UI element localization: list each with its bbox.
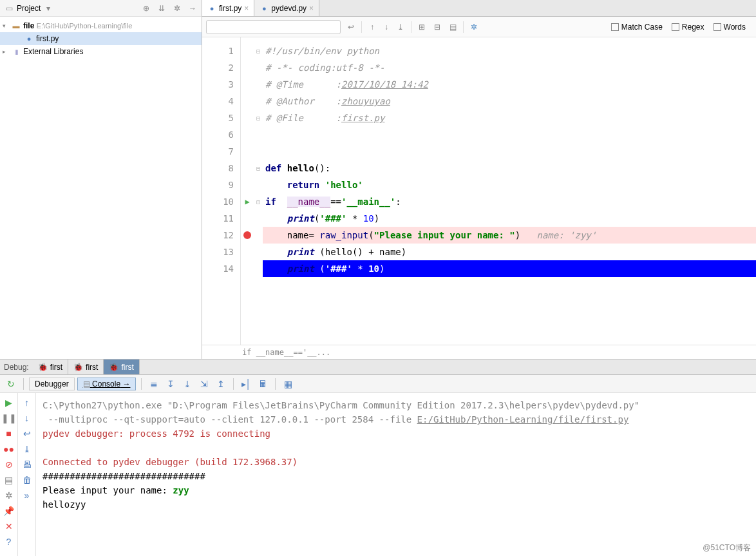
help-icon[interactable]: ? bbox=[3, 536, 15, 548]
select-all-icon[interactable]: ⤓ bbox=[395, 22, 406, 32]
find-bar: 🔍 ↩ ↑ ↓ ⤓ ⊞ ⊟ ▤ ✲ Match Case Regex bbox=[202, 17, 756, 37]
libraries-icon: ⫼ bbox=[12, 47, 21, 56]
debug-label: Debug: bbox=[0, 363, 33, 372]
bug-icon: 🐞 bbox=[73, 363, 83, 372]
code-editor[interactable]: 1 2 3 4 5 6 7 8 9 10 11 12 13 14 bbox=[202, 37, 756, 345]
up-icon[interactable]: ↑ bbox=[21, 397, 33, 408]
step-into-my-icon[interactable]: ⤓ bbox=[180, 377, 194, 391]
pause-icon[interactable]: ❚❚ bbox=[3, 412, 15, 424]
breakpoint-icon[interactable] bbox=[243, 231, 251, 239]
regex-checkbox[interactable]: Regex bbox=[672, 23, 704, 32]
tree-root-name: file bbox=[23, 21, 34, 30]
dropdown-icon[interactable]: ▾ bbox=[43, 3, 53, 14]
code-content[interactable]: #!/usr/bin/env python # -*- coding:utf-8… bbox=[263, 37, 756, 345]
editor-area: ● first.py × ● pydevd.py × 🔍 ↩ ↑ bbox=[202, 0, 756, 359]
run-gutter-icon[interactable]: ▶ bbox=[245, 197, 249, 206]
project-icon: ▭ bbox=[4, 3, 14, 14]
pin-icon[interactable]: 📌 bbox=[3, 505, 15, 517]
run-to-cursor-icon[interactable]: ▸│ bbox=[239, 377, 253, 391]
scroll-end-icon[interactable]: ⤓ bbox=[21, 443, 33, 455]
hide-icon[interactable]: → bbox=[187, 3, 198, 14]
tree-file-firstpy[interactable]: ● first.py bbox=[0, 32, 202, 45]
settings-icon[interactable]: ✲ bbox=[3, 490, 15, 501]
project-title: Project bbox=[17, 4, 41, 13]
debug-run-tab-0[interactable]: 🐞first bbox=[33, 359, 68, 374]
mute-breakpoints-icon[interactable]: ⊘ bbox=[3, 459, 15, 470]
close-icon[interactable]: × bbox=[309, 4, 314, 13]
tree-root[interactable]: ▾ ▬ file E:\GitHub\Python-Learning\file bbox=[0, 19, 202, 32]
layout-icon[interactable]: ▤ bbox=[3, 474, 15, 486]
step-over-icon[interactable]: ≣ bbox=[147, 377, 161, 391]
step-into-icon[interactable]: ↧ bbox=[164, 377, 178, 391]
words-label: Words bbox=[724, 23, 746, 32]
chevron-right-icon[interactable]: ▸ bbox=[3, 48, 9, 55]
python-prompt-icon[interactable]: » bbox=[21, 490, 33, 501]
gear-icon[interactable]: ✲ bbox=[172, 3, 182, 14]
python-file-icon: ● bbox=[207, 4, 216, 13]
project-panel: ▭ Project ▾ ⊕ ⇊ ✲ → ▾ ▬ file E:\GitHub\P… bbox=[0, 0, 202, 359]
match-case-checkbox[interactable]: Match Case bbox=[611, 23, 663, 32]
search-input[interactable] bbox=[206, 20, 341, 34]
debug-run-tab-2[interactable]: 🐞first bbox=[104, 359, 139, 374]
collapse-icon[interactable]: ⇊ bbox=[156, 3, 167, 14]
next-match-icon[interactable]: ↓ bbox=[381, 22, 392, 32]
stop-icon[interactable]: ■ bbox=[3, 428, 15, 439]
line-numbers: 1 2 3 4 5 6 7 8 9 10 11 12 13 14 bbox=[202, 37, 241, 345]
soft-wrap-icon[interactable]: ↩ bbox=[21, 428, 33, 439]
fold-column: ⊟ ⊟ ⊟ ⊟ bbox=[254, 37, 263, 345]
gutter-markers: ▶ bbox=[241, 37, 254, 345]
down-icon[interactable]: ↓ bbox=[21, 412, 33, 424]
close-icon[interactable]: ✕ bbox=[3, 521, 15, 532]
debug-run-tab-1[interactable]: 🐞first bbox=[68, 359, 104, 374]
words-checkbox[interactable]: Words bbox=[713, 23, 746, 32]
gear-icon[interactable]: ✲ bbox=[469, 22, 479, 32]
debug-tab-label: first bbox=[50, 363, 62, 372]
project-tree: ▾ ▬ file E:\GitHub\Python-Learning\file … bbox=[0, 17, 202, 61]
match-case-label: Match Case bbox=[621, 23, 663, 32]
resume-icon[interactable]: ▶ bbox=[3, 397, 15, 408]
folder-icon: ▬ bbox=[12, 21, 21, 30]
tree-external-libraries[interactable]: ▸ ⫼ External Libraries bbox=[0, 45, 202, 58]
close-icon[interactable]: × bbox=[244, 4, 249, 13]
filter-icon[interactable]: ▤ bbox=[448, 22, 458, 32]
tree-root-path: E:\GitHub\Python-Learning\file bbox=[37, 22, 133, 30]
bug-icon: 🐞 bbox=[38, 363, 48, 372]
target-icon[interactable]: ⊕ bbox=[141, 3, 151, 14]
console-output[interactable]: C:\Python27\python.exe "D:\Program Files… bbox=[36, 393, 756, 556]
step-out-icon[interactable]: ↥ bbox=[214, 377, 228, 391]
debug-tab-label: first bbox=[86, 363, 98, 372]
clear-icon[interactable]: 🗑 bbox=[21, 474, 33, 486]
tree-lib-label: External Libraries bbox=[23, 47, 83, 56]
prev-match-icon[interactable]: ↑ bbox=[367, 22, 377, 32]
chevron-down-icon[interactable]: ▾ bbox=[3, 23, 9, 29]
editor-tabs: ● first.py × ● pydevd.py × bbox=[202, 0, 756, 17]
tab-label: pydevd.py bbox=[271, 4, 307, 13]
python-file-icon: ● bbox=[24, 34, 33, 43]
add-selection-icon[interactable]: ⊞ bbox=[417, 22, 427, 32]
view-breakpoints-icon[interactable]: ●● bbox=[3, 443, 15, 455]
select-occurrences-icon[interactable]: ⊟ bbox=[432, 22, 442, 32]
force-step-icon[interactable]: ⇲ bbox=[197, 377, 211, 391]
console-tab[interactable]: ▤ Console → bbox=[77, 378, 137, 390]
history-icon[interactable]: ↩ bbox=[346, 22, 356, 32]
project-header: ▭ Project ▾ ⊕ ⇊ ✲ → bbox=[0, 0, 202, 17]
debug-toolbar: ↻ Debugger ▤ Console → ≣ ↧ ⤓ ⇲ ↥ ▸│ 🖩 ▦ bbox=[0, 375, 756, 393]
tree-file-label: first.py bbox=[36, 34, 59, 43]
evaluate-icon[interactable]: 🖩 bbox=[256, 377, 270, 391]
tab-first-py[interactable]: ● first.py × bbox=[202, 0, 254, 16]
print-icon[interactable]: 🖶 bbox=[21, 459, 33, 470]
debug-tab-label: first bbox=[121, 363, 133, 372]
show-watches-icon[interactable]: ▦ bbox=[281, 377, 295, 391]
rerun-icon[interactable]: ↻ bbox=[4, 377, 18, 391]
regex-label: Regex bbox=[682, 23, 704, 32]
bug-icon: 🐞 bbox=[109, 363, 118, 372]
editor-breadcrumb[interactable]: if __name__=='__... bbox=[202, 345, 756, 359]
tab-label: first.py bbox=[219, 4, 241, 13]
debug-side-tools: ▶ ❚❚ ■ ●● ⊘ ▤ ✲ 📌 ✕ ? ↑ ↓ ↩ ⤓ 🖶 bbox=[0, 393, 36, 556]
debug-tabbar: Debug: 🐞first 🐞first 🐞first bbox=[0, 359, 756, 375]
debugger-tab[interactable]: Debugger bbox=[29, 378, 75, 390]
python-file-icon: ● bbox=[260, 4, 269, 13]
tab-pydevd-py[interactable]: ● pydevd.py × bbox=[254, 0, 319, 16]
debug-panel: Debug: 🐞first 🐞first 🐞first ↻ Debugger ▤… bbox=[0, 359, 756, 556]
watermark: @51CTO博客 bbox=[703, 542, 751, 553]
